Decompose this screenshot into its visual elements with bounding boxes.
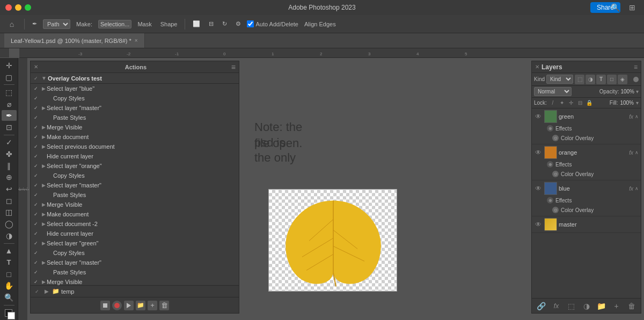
layer-green-fx[interactable]: fx [629, 114, 633, 120]
action-merge-visible-3[interactable]: ✓ ▶ Merge Visible [31, 277, 239, 285]
action-select-green[interactable]: ✓ ▶ Select layer "green" [31, 238, 239, 248]
opacity-chevron[interactable]: ▾ [636, 89, 639, 94]
path-select[interactable]: Path [43, 19, 70, 29]
add-mask-btn[interactable]: ⬚ [566, 301, 577, 311]
action-make-document-1[interactable]: ✓ ▶ Make document [31, 132, 239, 142]
link-layers-btn[interactable]: 🔗 [536, 301, 547, 311]
eyedropper-tool[interactable]: ✓ [2, 137, 17, 148]
auto-add-delete[interactable]: Auto Add/Delete [247, 20, 298, 27]
lock-all[interactable]: 🔒 [586, 99, 593, 107]
brush-tool[interactable]: ∥ [2, 161, 17, 171]
action-make-document-2[interactable]: ✓ ▶ Make document [31, 209, 239, 219]
kind-select[interactable]: Kind [546, 75, 573, 84]
filter-pixel[interactable]: ⬚ [575, 75, 584, 84]
action-merge-visible-1[interactable]: ✓ ▶ Merge Visible [31, 122, 239, 132]
home-icon[interactable]: ⌂ [4, 17, 19, 31]
new-action-btn[interactable]: + [148, 301, 157, 310]
crop-tool[interactable]: ⊡ [2, 122, 17, 133]
lock-artboard[interactable]: ⊟ [576, 99, 584, 107]
marquee-tool[interactable]: ⬚ [2, 87, 17, 98]
action-select-master-2[interactable]: ✓ ▶ Select layer "master" [31, 180, 239, 190]
minimize-button[interactable] [15, 4, 21, 11]
lasso-tool[interactable]: ⌀ [2, 99, 17, 110]
footer-expand[interactable]: ▶ [43, 288, 50, 294]
mask-label[interactable]: Mask [135, 20, 154, 28]
group-expand[interactable]: ▼ [40, 75, 48, 81]
window-icon[interactable]: ⊞ [625, 2, 640, 13]
layer-master[interactable]: 👁 master [532, 216, 641, 233]
align-icon[interactable]: ⊟ [206, 19, 216, 28]
move-tool[interactable]: ✛ [2, 60, 17, 71]
layer-green-expand[interactable]: ∧ [635, 114, 639, 119]
layers-menu-icon[interactable]: ≡ [634, 63, 638, 71]
fill-chevron[interactable]: ▾ [636, 100, 639, 106]
eraser-tool[interactable]: ◻ [2, 195, 17, 206]
action-select-master-3[interactable]: ✓ ▶ Select layer "master" [31, 258, 239, 267]
new-set-btn[interactable]: 📁 [136, 301, 145, 310]
layer-blue-fx[interactable]: fx [629, 186, 633, 192]
artboard-tool[interactable]: ▢ [2, 72, 17, 83]
type-tool[interactable]: T [2, 257, 17, 268]
layer-green[interactable]: 👁 green fx ∧ ⊕ Effects ⊙ Color Overlay [532, 108, 641, 144]
action-copy-styles-1[interactable]: ✓ Copy Styles [31, 93, 239, 103]
gradient-tool[interactable]: ◫ [2, 207, 17, 218]
dodge-tool[interactable]: ◑ [2, 230, 17, 241]
blur-tool[interactable]: ◯ [2, 219, 17, 229]
filter-toggle[interactable] [633, 77, 639, 82]
layer-blue-color-overlay[interactable]: ⊙ Color Overlay [534, 205, 639, 215]
path-select-tool[interactable]: ▲ [2, 245, 17, 256]
layer-green-color-overlay[interactable]: ⊙ Color Overlay [534, 133, 639, 143]
expand-1[interactable]: ▶ [40, 86, 47, 91]
close-button[interactable] [5, 4, 12, 11]
tab-close[interactable]: × [135, 38, 138, 43]
delete-layer-btn[interactable]: 🗑 [626, 301, 637, 311]
history-tool[interactable]: ↩ [2, 184, 17, 194]
clone-tool[interactable]: ⊕ [2, 172, 17, 183]
action-paste-styles-3[interactable]: ✓ Paste Styles [31, 267, 239, 277]
layers-panel-close[interactable]: ✕ [535, 64, 539, 70]
search-icon[interactable]: 🔍 [608, 2, 623, 13]
new-layer-btn[interactable]: + [611, 301, 622, 311]
actions-panel-close[interactable]: ✕ [34, 64, 38, 70]
pen-tool[interactable]: ✒ [30, 19, 40, 28]
action-hide-layer-2[interactable]: ✓ Hide current layer [31, 229, 239, 238]
filter-type[interactable]: T [596, 75, 606, 84]
layer-orange[interactable]: 👁 orange fx ∧ ⊕ Effects ⊙ Color Overlay [532, 144, 641, 180]
shape-label[interactable]: Shape [158, 20, 180, 28]
layer-orange-visibility[interactable]: 👁 [534, 148, 543, 157]
layer-blue-expand[interactable]: ∧ [635, 186, 639, 191]
transform-icon[interactable]: ⬜ [190, 19, 203, 28]
lock-transparent[interactable]: / [549, 99, 557, 107]
blend-mode-select[interactable]: Normal [534, 87, 572, 96]
healing-tool[interactable]: ✤ [2, 149, 17, 159]
maximize-button[interactable] [25, 4, 31, 11]
action-select-blue[interactable]: ✓ ▶ Select layer "blue" [31, 84, 239, 93]
action-paste-styles-2[interactable]: ✓ Paste Styles [31, 190, 239, 200]
panel-expand-icon[interactable]: ≡ [231, 63, 236, 71]
record-btn[interactable] [112, 301, 122, 310]
action-select-master-1[interactable]: ✓ ▶ Select layer "master" [31, 103, 239, 113]
action-hide-layer-1[interactable]: ✓ Hide current layer [31, 151, 239, 161]
filter-adj[interactable]: ◑ [586, 75, 595, 84]
lock-position[interactable]: ✛ [567, 99, 575, 107]
rotate-icon[interactable]: ↻ [219, 19, 230, 28]
action-copy-styles-3[interactable]: ✓ Copy Styles [31, 248, 239, 258]
play-btn[interactable] [124, 301, 134, 310]
filter-shape[interactable]: □ [607, 75, 617, 84]
layer-blue[interactable]: 👁 blue fx ∧ ⊕ Effects ⊙ Color Overlay [532, 180, 641, 216]
shape-tool-left[interactable]: □ [2, 269, 17, 280]
action-merge-visible-2[interactable]: ✓ ▶ Merge Visible [31, 200, 239, 209]
action-paste-styles-1[interactable]: ✓ Paste Styles [31, 113, 239, 122]
selection-button[interactable]: Selection... [98, 20, 131, 28]
action-select-prev[interactable]: ✓ ▶ Select previous document [31, 142, 239, 151]
settings-icon[interactable]: ⚙ [233, 19, 244, 28]
foreground-color[interactable] [2, 307, 17, 318]
layer-green-visibility[interactable]: 👁 [534, 112, 543, 121]
group-layers-btn[interactable]: 📁 [596, 301, 607, 311]
pen-tool-left[interactable]: ✒ [2, 110, 17, 121]
lock-pixels[interactable]: ✦ [558, 99, 566, 107]
layer-orange-fx[interactable]: fx [629, 150, 633, 156]
layer-blue-visibility[interactable]: 👁 [534, 184, 543, 193]
adjustment-btn[interactable]: ◑ [581, 301, 592, 311]
layer-master-visibility[interactable]: 👁 [534, 220, 543, 229]
